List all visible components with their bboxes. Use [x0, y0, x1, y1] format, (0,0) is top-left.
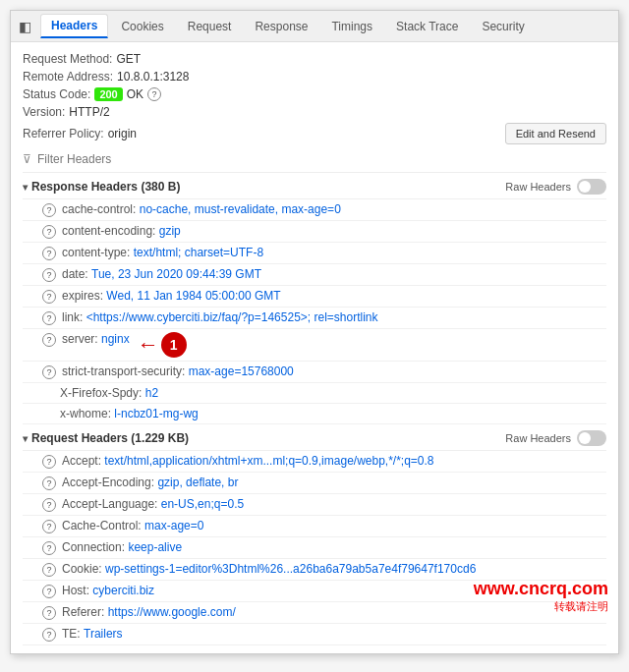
referrer-policy-row: Referrer Policy: origin Edit and Resend: [23, 121, 606, 146]
help-icon-host[interactable]: ?: [42, 585, 56, 598]
header-value-server: nginx: [101, 332, 130, 346]
tab-request[interactable]: Request: [177, 15, 243, 38]
response-headers-section[interactable]: ▾ Response Headers (380 B) Raw Headers: [23, 173, 606, 199]
help-icon-te[interactable]: ?: [42, 628, 56, 642]
watermark-line1: www.cncrq.com: [474, 579, 608, 599]
help-icon-expires[interactable]: ?: [42, 290, 56, 304]
header-row-connection: ? Connection: keep-alive: [23, 537, 606, 559]
header-row-sts: ? strict-transport-security: max-age=157…: [23, 362, 606, 383]
tab-headers[interactable]: Headers: [40, 14, 108, 38]
header-name-connection: Connection:: [62, 540, 128, 554]
request-collapse-icon: ▾: [23, 433, 28, 444]
help-icon-connection[interactable]: ?: [42, 541, 56, 555]
header-row-accept: ? Accept: text/html,application/xhtml+xm…: [23, 451, 606, 473]
response-headers-label: Response Headers (380 B): [31, 180, 180, 194]
filter-input[interactable]: [37, 152, 234, 166]
toggle-knob-response: [579, 181, 591, 193]
help-icon-accept[interactable]: ?: [42, 455, 56, 469]
tab-stack-trace[interactable]: Stack Trace: [385, 15, 469, 38]
help-icon-cookie[interactable]: ?: [42, 563, 56, 577]
request-raw-toggle: Raw Headers: [505, 430, 606, 446]
response-headers-title: ▾ Response Headers (380 B): [23, 180, 180, 194]
raw-headers-toggle-response[interactable]: [577, 179, 606, 195]
header-row-content-type: ? content-type: text/html; charset=UTF-8: [23, 243, 606, 264]
help-icon-accept-language[interactable]: ?: [42, 498, 56, 512]
header-value-expires: Wed, 11 Jan 1984 05:00:00 GMT: [106, 289, 280, 303]
header-name-referer: Referer:: [62, 605, 108, 619]
filter-bar: ⊽: [23, 146, 606, 173]
remote-address-row: Remote Address: 10.8.0.1:3128: [23, 68, 606, 85]
header-name-cache-control-req: Cache-Control:: [62, 519, 144, 532]
help-icon-referer[interactable]: ?: [42, 606, 56, 620]
request-method-label: Request Method:: [23, 52, 112, 66]
header-name-sts: strict-transport-security:: [62, 364, 189, 378]
header-name-cookie: Cookie:: [62, 562, 105, 576]
header-name-accept-encoding: Accept-Encoding:: [62, 476, 157, 489]
help-icon-date[interactable]: ?: [42, 268, 56, 282]
header-row-cache-control-req: ? Cache-Control: max-age=0: [23, 516, 606, 537]
devtools-panel: ◧ Headers Cookies Request Response Timin…: [10, 10, 619, 654]
response-headers-list: ? cache-control: no-cache, must-revalida…: [23, 199, 606, 424]
help-icon-content-encoding[interactable]: ?: [42, 225, 56, 239]
raw-headers-toggle-request[interactable]: [577, 430, 606, 446]
version-row: Version: HTTP/2: [23, 103, 606, 121]
header-value-accept-encoding: gzip, deflate, br: [157, 476, 238, 489]
version-label: Version:: [23, 105, 65, 119]
header-name-expires: expires:: [62, 289, 106, 303]
help-icon-content-type[interactable]: ?: [42, 247, 56, 260]
edit-resend-button[interactable]: Edit and Resend: [505, 123, 606, 144]
tab-security[interactable]: Security: [471, 15, 535, 38]
header-row-server: ? server: nginx ← 1: [23, 329, 606, 362]
raw-headers-label-response: Raw Headers: [505, 181, 571, 193]
tab-timings[interactable]: Timings: [320, 15, 383, 38]
filter-icon: ⊽: [23, 152, 31, 166]
header-value-cache-control: no-cache, must-revalidate, max-age=0: [140, 202, 341, 216]
header-value-cache-control-req: max-age=0: [144, 519, 203, 532]
header-row-accept-encoding: ? Accept-Encoding: gzip, deflate, br: [23, 473, 606, 494]
header-value-host: cyberciti.biz: [92, 584, 154, 597]
response-collapse-icon: ▾: [23, 182, 28, 193]
version-value: HTTP/2: [69, 105, 109, 119]
header-value-accept-language: en-US,en;q=0.5: [161, 497, 244, 511]
header-value-sts: max-age=15768000: [189, 364, 294, 378]
header-name-x-firefox-spdy: X-Firefox-Spdy:: [60, 386, 145, 400]
referrer-policy-label: Referrer Policy:: [23, 127, 104, 140]
header-row-te: ? TE: Trailers: [23, 624, 606, 645]
header-value-referer: https://www.google.com/: [108, 605, 236, 619]
help-icon-accept-encoding[interactable]: ?: [42, 476, 56, 490]
header-value-content-type: text/html; charset=UTF-8: [134, 246, 263, 259]
header-row-content-encoding: ? content-encoding: gzip: [23, 221, 606, 243]
referrer-policy-value: origin: [108, 127, 137, 140]
remote-address-label: Remote Address:: [23, 70, 113, 84]
header-name-content-encoding: content-encoding:: [62, 224, 159, 238]
header-name-server: server:: [62, 332, 101, 346]
header-value-x-whome: l-ncbz01-mg-wg: [114, 407, 198, 420]
help-icon-server[interactable]: ?: [42, 333, 56, 347]
header-value-te: Trailers: [84, 627, 123, 641]
watermark-line2: 转载请注明: [474, 599, 608, 614]
request-headers-label: Request Headers (1.229 KB): [31, 431, 189, 445]
header-row-cache-control: ? cache-control: no-cache, must-revalida…: [23, 199, 606, 221]
help-icon-sts[interactable]: ?: [42, 365, 56, 379]
status-code-label: Status Code:: [23, 87, 90, 101]
annotation-1-badge: 1: [161, 332, 187, 358]
status-badge: 200: [94, 87, 122, 101]
header-name-link: link:: [62, 310, 86, 324]
help-icon-cache-control-req[interactable]: ?: [42, 520, 56, 533]
header-name-te: TE:: [62, 627, 84, 641]
help-icon-cache-control[interactable]: ?: [42, 203, 56, 217]
tab-response[interactable]: Response: [244, 15, 318, 38]
remote-address-value: 10.8.0.1:3128: [117, 70, 189, 84]
request-headers-title: ▾ Request Headers (1.229 KB): [23, 431, 189, 445]
header-value-content-encoding: gzip: [159, 224, 181, 238]
tab-cookies[interactable]: Cookies: [110, 15, 174, 38]
status-help-icon[interactable]: ?: [147, 87, 161, 101]
request-headers-section[interactable]: ▾ Request Headers (1.229 KB) Raw Headers: [23, 424, 606, 451]
header-value-accept: text/html,application/xhtml+xm...ml;q=0.…: [104, 454, 433, 468]
red-arrow-icon: ←: [138, 334, 159, 356]
header-name-accept: Accept:: [62, 454, 104, 468]
help-icon-link[interactable]: ?: [42, 311, 56, 325]
tab-bar: ◧ Headers Cookies Request Response Timin…: [11, 11, 618, 42]
watermark: www.cncrq.com 转载请注明: [474, 579, 608, 614]
header-value-x-firefox-spdy: h2: [145, 386, 158, 400]
